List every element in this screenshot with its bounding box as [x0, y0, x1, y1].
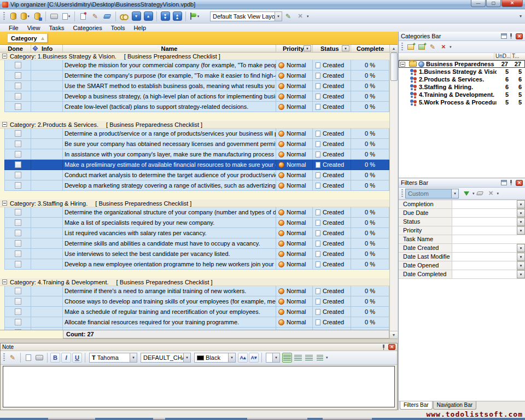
open-database-button[interactable]: ▾ — [20, 11, 31, 22]
filter-field-value[interactable] — [452, 253, 517, 261]
color-combo[interactable]: Black ▾ — [194, 353, 236, 363]
task-row[interactable]: List required vacancies with salary rate… — [4, 228, 389, 238]
task-row[interactable]: Make a list of specialists required by y… — [4, 218, 389, 228]
done-checkbox[interactable] — [15, 319, 21, 325]
done-checkbox[interactable] — [15, 141, 21, 147]
done-checkbox[interactable] — [15, 209, 21, 215]
task-row[interactable]: Determine a product/service or a range o… — [4, 129, 389, 139]
filter-field-dropdown[interactable]: ▼ — [517, 253, 525, 261]
customize-layout-button[interactable]: ✎ — [283, 11, 294, 22]
move-to-bottom-button[interactable]: ▾▾ — [160, 11, 171, 22]
collapse-icon[interactable] — [2, 201, 7, 206]
column-header-name[interactable]: Name — [63, 45, 276, 52]
task-row[interactable]: Determine the organizational structure o… — [4, 207, 389, 218]
scroll-down-arrow[interactable]: ▼ — [390, 331, 398, 339]
edit-category-button[interactable]: ✎ — [428, 43, 437, 51]
task-row[interactable]: Determine skills and abilities a candida… — [4, 238, 389, 249]
pin-icon[interactable] — [381, 345, 386, 350]
done-checkbox[interactable] — [15, 288, 21, 294]
categories-close-button[interactable]: ✕ — [516, 33, 523, 39]
note-insert-button[interactable] — [24, 353, 33, 363]
column-header-info[interactable]: Info — [31, 45, 63, 52]
tab-filters-bar[interactable]: Filters Bar — [400, 401, 433, 410]
tree-category-item[interactable]: 2.Products & Services. 6 6 — [399, 75, 525, 83]
filter-field-value[interactable] — [452, 261, 517, 270]
done-checkbox[interactable] — [15, 250, 21, 257]
move-to-top-button[interactable]: ▴▴ — [172, 11, 183, 22]
restore-icon[interactable] — [501, 33, 507, 39]
done-checkbox[interactable] — [15, 161, 21, 168]
zoom-combo[interactable]: ▾ — [266, 353, 280, 363]
done-checkbox[interactable] — [15, 172, 21, 178]
column-header-priority[interactable]: Priority▼ — [276, 45, 313, 52]
align-right-button[interactable] — [304, 353, 314, 363]
print-button[interactable] — [49, 11, 60, 22]
task-row[interactable]: Choose ways to develop and training skil… — [4, 296, 389, 307]
pin-icon[interactable] — [509, 180, 514, 185]
filter-field-value[interactable] — [452, 226, 517, 235]
filter-field-value[interactable] — [452, 270, 517, 278]
move-up-button[interactable]: ▴ — [143, 11, 154, 22]
delete-layout-button[interactable]: ✕ — [295, 11, 306, 22]
new-tasklist-button[interactable] — [406, 43, 415, 51]
filter-field-value[interactable] — [452, 200, 517, 208]
layout-combo-arrow[interactable]: ▾ — [275, 12, 282, 21]
total-column-header[interactable]: T... — [511, 53, 525, 60]
done-checkbox[interactable] — [15, 62, 21, 68]
done-checkbox[interactable] — [15, 298, 21, 305]
apply-filter-button[interactable] — [462, 190, 471, 197]
notification-button[interactable]: ▾ — [189, 11, 200, 22]
filter-field-value[interactable] — [452, 235, 517, 243]
done-checkbox[interactable] — [15, 230, 21, 236]
close-button[interactable]: ✕ — [501, 0, 523, 7]
done-checkbox[interactable] — [15, 130, 21, 137]
task-row[interactable]: Allocate financial resources required fo… — [4, 317, 389, 328]
bold-button[interactable]: B — [50, 353, 60, 363]
priority-filter-button[interactable]: ▼ — [304, 45, 311, 51]
done-checkbox[interactable] — [15, 308, 21, 315]
align-left-button[interactable] — [282, 353, 292, 363]
tree-category-item[interactable]: 4.Training & Development. 5 5 — [399, 91, 525, 98]
filter-field-dropdown[interactable]: ▼ — [517, 270, 525, 278]
collapse-icon[interactable] — [2, 54, 7, 59]
done-checkbox[interactable] — [15, 103, 21, 110]
task-row[interactable]: Determine if there's a need to arrange i… — [4, 286, 389, 296]
task-row[interactable]: Determine the company's purpose (for exa… — [4, 71, 389, 81]
task-row[interactable]: Create low-level (tactical) plans to sup… — [4, 102, 389, 112]
tree-category-item[interactable]: 5.Work Process & Procedures. 5 5 — [399, 98, 525, 106]
task-row[interactable]: Use interviews to select the best candid… — [4, 249, 389, 259]
delete-task-button[interactable] — [102, 11, 113, 22]
filter-field-dropdown[interactable]: ▼ — [517, 261, 525, 270]
font-combo-arrow[interactable]: ▾ — [130, 353, 137, 362]
category-group-header[interactable]: Category: 1.Business Strategy & Vision. … — [0, 52, 389, 60]
zoom-combo-arrow[interactable]: ▾ — [272, 353, 279, 362]
filter-field-dropdown[interactable]: ▼ — [517, 209, 525, 217]
column-header-status[interactable]: Status▼ — [313, 45, 351, 52]
menu-item-file[interactable]: File — [4, 25, 23, 31]
task-row[interactable]: Develop the mission for your commercial … — [4, 60, 389, 71]
done-checkbox[interactable] — [15, 93, 21, 100]
italic-button[interactable]: I — [61, 353, 71, 363]
done-checkbox[interactable] — [15, 83, 21, 89]
note-save-button[interactable]: ✎ — [8, 353, 18, 363]
minimize-button[interactable]: — — [471, 0, 486, 7]
scrollbar-thumb[interactable] — [390, 52, 398, 81]
filter-field-dropdown[interactable]: ▼ — [517, 200, 525, 208]
collapse-icon[interactable] — [2, 122, 7, 127]
scroll-up-arrow[interactable]: ▲ — [390, 45, 398, 52]
filter-field-value[interactable] — [452, 209, 517, 217]
task-row[interactable]: Develop a business strategy, (a high-lev… — [4, 91, 389, 102]
layout-combo[interactable]: Default Task View Layout ▾ — [210, 11, 282, 21]
done-checkbox[interactable] — [15, 72, 21, 79]
done-checkbox[interactable] — [15, 240, 21, 247]
move-down-button[interactable]: ▾ — [131, 11, 142, 22]
status-filter-button[interactable]: ▼ — [342, 45, 349, 51]
task-row[interactable]: Make a preliminary estimate of available… — [4, 160, 389, 170]
done-checkbox[interactable] — [15, 219, 21, 226]
undone-column-header[interactable]: UnD... — [494, 53, 511, 60]
collapse-icon[interactable] — [400, 62, 405, 67]
filter-field-value[interactable] — [452, 244, 517, 252]
new-database-button[interactable] — [8, 11, 19, 22]
task-row[interactable]: In assistance with your company's layer,… — [4, 149, 389, 160]
clear-filter-button[interactable] — [476, 190, 485, 197]
